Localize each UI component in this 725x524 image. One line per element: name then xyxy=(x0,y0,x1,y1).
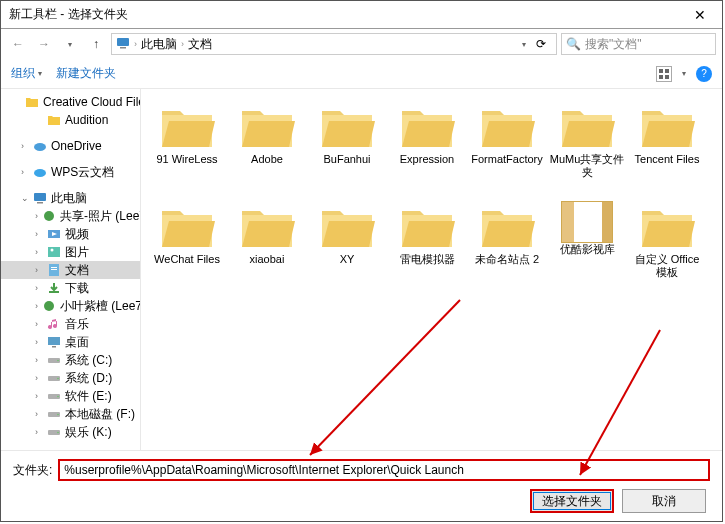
expand-chevron-icon[interactable]: › xyxy=(35,373,43,383)
folder-item[interactable]: 未命名站点 2 xyxy=(467,199,547,299)
breadcrumb-sep-icon: › xyxy=(181,39,184,49)
svg-point-10 xyxy=(44,211,54,221)
expand-chevron-icon[interactable]: › xyxy=(35,283,43,293)
expand-chevron-icon[interactable]: › xyxy=(35,319,43,329)
expand-chevron-icon[interactable]: › xyxy=(35,355,43,365)
select-folder-button[interactable]: 选择文件夹 xyxy=(530,489,614,513)
sidebar-tree[interactable]: Creative Cloud FilesAudition›OneDrive›WP… xyxy=(1,89,141,450)
tree-item[interactable]: ›图片 xyxy=(1,243,140,261)
expand-chevron-icon[interactable]: › xyxy=(35,337,43,347)
folder-item[interactable]: 自定义 Office 模板 xyxy=(627,199,707,299)
expand-chevron-icon[interactable]: › xyxy=(35,229,43,239)
folder-label: BuFanhui xyxy=(323,153,370,166)
tree-item[interactable]: Audition xyxy=(1,111,140,129)
new-folder-button[interactable]: 新建文件夹 xyxy=(56,65,116,82)
expand-chevron-icon[interactable]: › xyxy=(21,167,29,177)
folder-item[interactable]: MuMu共享文件夹 xyxy=(547,99,627,199)
tree-item[interactable]: ›视频 xyxy=(1,225,140,243)
tree-item[interactable]: ›本地磁盘 (F:) xyxy=(1,405,140,423)
share-icon xyxy=(42,299,56,313)
folder-item[interactable]: Tencent Files xyxy=(627,99,707,199)
folder-icon xyxy=(399,105,455,151)
close-button[interactable]: ✕ xyxy=(682,7,718,23)
svg-rect-3 xyxy=(665,69,669,73)
tree-item[interactable]: ›WPS云文档 xyxy=(1,163,140,181)
folder-icon xyxy=(479,105,535,151)
tree-item[interactable]: Creative Cloud Files xyxy=(1,93,140,111)
folder-label: 91 WireLess xyxy=(156,153,217,166)
folder-item[interactable]: 雷电模拟器 xyxy=(387,199,467,299)
organize-button[interactable]: 组织 ▾ xyxy=(11,65,42,82)
folder-item[interactable]: 优酷影视库 xyxy=(547,199,627,299)
expand-chevron-icon[interactable]: › xyxy=(35,211,38,221)
tree-item[interactable]: ›软件 (E:) xyxy=(1,387,140,405)
folder-path-input[interactable] xyxy=(58,459,710,481)
expand-chevron-icon[interactable]: › xyxy=(35,409,43,419)
nav-up-button[interactable]: ↑ xyxy=(85,33,107,55)
folder-item[interactable]: WeChat Files xyxy=(147,199,227,299)
tree-item-label: 视频 xyxy=(65,226,89,243)
svg-point-21 xyxy=(57,360,59,362)
footer: 文件夹: 选择文件夹 取消 xyxy=(1,450,722,521)
folder-icon xyxy=(399,205,455,251)
tree-item[interactable]: ›娱乐 (K:) xyxy=(1,423,140,441)
view-options-button[interactable] xyxy=(656,66,672,82)
svg-rect-16 xyxy=(51,269,57,270)
tree-item[interactable]: ›系统 (C:) xyxy=(1,351,140,369)
folder-label: Expression xyxy=(400,153,454,166)
search-input[interactable]: 🔍 搜索"文档" xyxy=(561,33,716,55)
folder-item[interactable]: FormatFactory xyxy=(467,99,547,199)
folder-icon xyxy=(639,105,695,151)
help-button[interactable]: ? xyxy=(696,66,712,82)
tree-item[interactable]: ›共享-照片 (Lee7 xyxy=(1,207,140,225)
expand-chevron-icon[interactable]: › xyxy=(35,247,43,257)
nav-recent-dropdown[interactable]: ▾ xyxy=(59,33,81,55)
folder-item[interactable]: Expression xyxy=(387,99,467,199)
chevron-down-icon[interactable]: ▾ xyxy=(682,69,686,78)
tree-item[interactable]: ›文档 xyxy=(1,261,140,279)
expand-chevron-icon[interactable]: › xyxy=(35,301,38,311)
tree-item[interactable]: ⌄此电脑 xyxy=(1,189,140,207)
refresh-button[interactable]: ⟳ xyxy=(530,37,552,51)
expand-chevron-icon[interactable]: › xyxy=(21,141,29,151)
tree-item[interactable]: ›桌面 xyxy=(1,333,140,351)
body: Creative Cloud FilesAudition›OneDrive›WP… xyxy=(1,89,722,450)
folder-label: Adobe xyxy=(251,153,283,166)
folder-item[interactable]: XY xyxy=(307,199,387,299)
svg-rect-8 xyxy=(34,193,46,201)
drive-icon xyxy=(47,389,61,403)
nav-back-button[interactable]: ← xyxy=(7,33,29,55)
expand-chevron-icon[interactable]: › xyxy=(35,391,43,401)
tree-item[interactable]: ›系统 (D:) xyxy=(1,369,140,387)
tree-item-label: 系统 (C:) xyxy=(65,352,112,369)
video-icon xyxy=(47,227,61,241)
breadcrumb-dropdown-icon[interactable]: ▾ xyxy=(522,40,526,49)
folder-item[interactable]: Adobe xyxy=(227,99,307,199)
svg-point-7 xyxy=(34,169,46,177)
folder-label: WeChat Files xyxy=(154,253,220,266)
folder-icon xyxy=(47,113,61,127)
expand-chevron-icon[interactable]: ⌄ xyxy=(21,193,29,203)
tree-item[interactable]: ›小叶紫檀 (Lee7 xyxy=(1,297,140,315)
breadcrumb-item[interactable]: 文档 xyxy=(188,36,212,53)
folder-item[interactable]: BuFanhui xyxy=(307,99,387,199)
folder-label: 自定义 Office 模板 xyxy=(629,253,705,279)
tree-item-label: WPS云文档 xyxy=(51,164,114,181)
folder-item[interactable]: 91 WireLess xyxy=(147,99,227,199)
search-icon: 🔍 xyxy=(566,37,581,51)
folder-item[interactable]: xiaobai xyxy=(227,199,307,299)
breadcrumb-item[interactable]: 此电脑 xyxy=(141,36,177,53)
tree-item[interactable]: ›下载 xyxy=(1,279,140,297)
breadcrumb[interactable]: › 此电脑 › 文档 ▾ ⟳ xyxy=(111,33,557,55)
tree-item[interactable]: ›音乐 xyxy=(1,315,140,333)
cancel-button[interactable]: 取消 xyxy=(622,489,706,513)
expand-chevron-icon[interactable]: › xyxy=(35,265,43,275)
expand-chevron-icon[interactable]: › xyxy=(35,427,43,437)
navbar: ← → ▾ ↑ › 此电脑 › 文档 ▾ ⟳ 🔍 搜索"文档" xyxy=(1,29,722,59)
tree-item[interactable]: ›OneDrive xyxy=(1,137,140,155)
folder-grid[interactable]: 91 WireLessAdobeBuFanhuiExpressionFormat… xyxy=(141,89,722,450)
tree-item-label: 软件 (E:) xyxy=(65,388,112,405)
titlebar: 新工具栏 - 选择文件夹 ✕ xyxy=(1,1,722,29)
drive-icon xyxy=(47,371,61,385)
tree-item-label: 系统 (D:) xyxy=(65,370,112,387)
